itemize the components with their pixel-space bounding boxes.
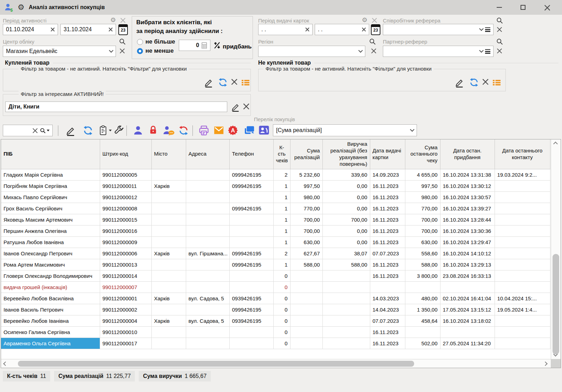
table-cell[interactable] <box>495 270 550 281</box>
table-cell[interactable]: 1 <box>273 191 290 203</box>
table-cell[interactable] <box>186 304 229 315</box>
table-cell[interactable]: 0999426195 <box>229 248 273 259</box>
table-cell[interactable]: 16.11.2023 <box>370 326 405 338</box>
table-cell[interactable]: 02.10.2024 16:41:04 <box>440 293 495 304</box>
table-cell[interactable]: 0 <box>273 270 290 281</box>
table-cell[interactable]: 990112000001 <box>100 293 151 304</box>
column-header[interactable]: Дата видачі картки <box>370 139 405 169</box>
table-cell[interactable]: 0,00 <box>322 236 370 248</box>
table-cell[interactable]: Веревейко Любов Іванівна <box>1 315 100 326</box>
table-cell[interactable]: Харків <box>151 293 186 304</box>
table-cell[interactable]: 0999426195 <box>229 180 273 191</box>
maximize-button-icon[interactable] <box>518 3 528 12</box>
table-cell[interactable] <box>495 315 550 326</box>
table-cell[interactable]: 19.05.2024 1:4... <box>495 304 550 315</box>
table-cell[interactable]: 770,00 <box>290 203 322 214</box>
column-header[interactable]: ПІБ <box>1 139 100 169</box>
radio-not-more-icon[interactable] <box>137 39 143 45</box>
radio-not-more[interactable]: не більше <box>137 38 175 45</box>
scroll-up-icon[interactable] <box>554 142 557 145</box>
column-header[interactable]: Сума останнього чеку <box>405 139 440 169</box>
table-cell[interactable] <box>186 270 229 281</box>
calendar-icon[interactable]: 23 <box>118 24 128 35</box>
close-x-icon[interactable] <box>483 79 488 84</box>
table-cell[interactable]: 0 <box>273 338 290 349</box>
table-cell[interactable] <box>290 293 322 304</box>
table-cell[interactable] <box>495 326 550 338</box>
person-chat-icon[interactable] <box>163 125 175 136</box>
table-cell[interactable] <box>322 281 370 293</box>
table-cell[interactable]: вул. Гіршмана... <box>186 248 229 259</box>
table-cell[interactable]: 27.05.2024 11:34:20 <box>440 338 495 349</box>
table-cell[interactable]: 990112000013 <box>100 259 151 270</box>
table-cell[interactable]: Веревейко Любов Василівна <box>1 293 100 304</box>
table-cell[interactable]: 997,50 <box>405 180 440 191</box>
table-cell[interactable] <box>186 180 229 191</box>
table-cell[interactable] <box>495 225 550 236</box>
period-activity-clear-icon[interactable] <box>120 18 125 23</box>
employee-referrer-clear-icon[interactable] <box>497 27 502 32</box>
table-cell[interactable]: 990112000009 <box>100 236 151 248</box>
cards-date-from-input[interactable]: . . <box>258 24 313 35</box>
table-cell[interactable] <box>151 214 186 225</box>
table-cell[interactable]: 770,00 <box>405 203 440 214</box>
table-cell[interactable]: 630,00 <box>405 236 440 248</box>
search-clear-icon[interactable] <box>32 128 38 133</box>
table-cell[interactable]: 980,00 <box>405 191 440 203</box>
table-cell[interactable]: Авраменко Ольга Сергіівна <box>1 338 100 349</box>
chat-icon[interactable] <box>244 125 255 135</box>
table-cell[interactable]: 339,60 <box>322 169 370 180</box>
table-cell[interactable] <box>151 326 186 338</box>
table-cell[interactable]: 0999426195 <box>229 304 273 315</box>
table-cell[interactable]: 1 <box>273 225 290 236</box>
table-cell[interactable]: 588,00 <box>405 259 440 270</box>
table-cell[interactable]: 990112000016 <box>100 225 151 236</box>
table-row[interactable]: Веревейко Любов Василівна990112000001Хар… <box>1 293 550 304</box>
cards-calendar-icon[interactable]: 23 <box>371 24 380 35</box>
table-row[interactable]: Михась Павло Сергійович9901120000121980,… <box>1 191 550 203</box>
partner-referrer-clear-icon[interactable] <box>497 48 502 53</box>
table-cell[interactable]: Грох Василь Сергійович <box>1 203 100 214</box>
table-cell[interactable]: 1 <box>273 203 290 214</box>
table-cell[interactable]: 16.10.2024 13:18:02 <box>440 315 495 326</box>
table-cell[interactable]: 990112000010 <box>100 326 151 338</box>
table-cell[interactable] <box>151 169 186 180</box>
table-row[interactable]: Грох Василь Сергійович990112000008099942… <box>1 203 550 214</box>
cards-date-to-input[interactable]: . . <box>315 24 369 35</box>
table-cell[interactable]: 2 <box>273 248 290 259</box>
table-cell[interactable]: 10.04.2024 15:... <box>495 293 550 304</box>
employee-referrer-combobox[interactable] <box>383 24 494 35</box>
horizontal-scrollbar[interactable] <box>1 359 551 368</box>
table-cell[interactable]: 0 <box>273 293 290 304</box>
vertical-scrollbar[interactable] <box>551 139 561 360</box>
table-cell[interactable] <box>186 225 229 236</box>
table-cell[interactable] <box>322 304 370 315</box>
table-cell[interactable] <box>151 338 186 349</box>
table-row[interactable]: Веревейко Любов Іванівна990112000004Харк… <box>1 315 550 326</box>
table-row[interactable]: Гладких Марія Сергіівна99011200000509994… <box>1 169 550 180</box>
table-cell[interactable]: 990112000015 <box>100 214 151 225</box>
table-cell[interactable]: 16.11.2023 <box>370 180 405 191</box>
edit-pencil-icon[interactable] <box>65 125 76 136</box>
edit-pencil-icon[interactable] <box>231 102 240 112</box>
table-cell[interactable] <box>322 315 370 326</box>
table-cell[interactable]: 1 <box>273 236 290 248</box>
table-cell[interactable] <box>495 281 550 293</box>
scroll-left-icon[interactable] <box>4 362 7 365</box>
table-cell[interactable]: Гловерх Олександр Володимирович <box>1 270 100 281</box>
table-cell[interactable] <box>151 236 186 248</box>
table-cell[interactable] <box>440 281 495 293</box>
table-cell[interactable]: 16.11.2023 <box>370 270 405 281</box>
table-cell[interactable]: 16.10.2024 14:10:12 <box>440 248 495 259</box>
table-cell[interactable] <box>290 281 322 293</box>
radio-not-less[interactable]: не менше <box>137 47 174 54</box>
printer-icon[interactable] <box>198 125 209 136</box>
table-cell[interactable] <box>151 270 186 281</box>
table-cell[interactable]: Яковець Максим Артемович <box>1 214 100 225</box>
list-icon[interactable] <box>241 78 250 87</box>
table-cell[interactable] <box>151 259 186 270</box>
table-cell[interactable]: 38,07 <box>322 248 370 259</box>
table-cell[interactable]: 0,00 <box>322 203 370 214</box>
table-cell[interactable]: 0,00 <box>322 225 370 236</box>
table-cell[interactable]: 990112000012 <box>100 191 151 203</box>
